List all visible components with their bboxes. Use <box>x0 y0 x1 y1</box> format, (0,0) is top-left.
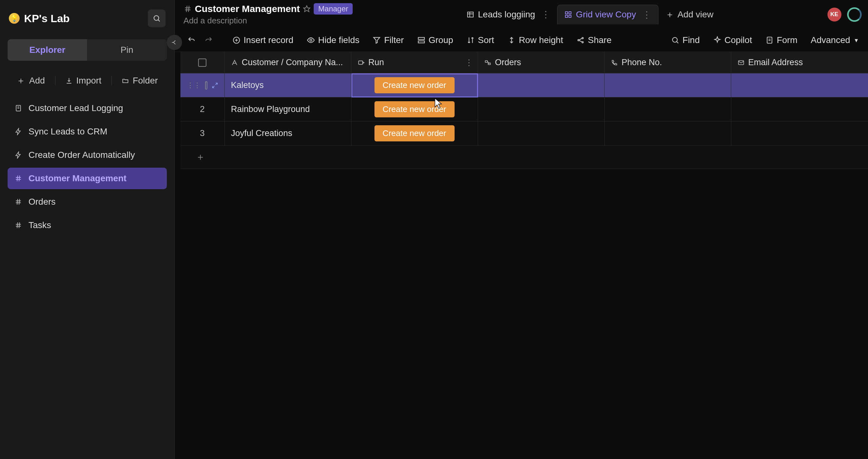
row-number: 2 <box>200 104 205 114</box>
svg-line-42 <box>579 40 582 42</box>
row-checkbox[interactable] <box>205 81 207 90</box>
run-icon <box>358 59 365 66</box>
svg-rect-29 <box>569 15 571 18</box>
filter-button[interactable]: Filter <box>371 33 405 47</box>
insert-record-button[interactable]: Insert record <box>231 33 295 47</box>
drag-handle-icon[interactable]: ⋮⋮ <box>187 81 201 90</box>
cell-email[interactable] <box>731 73 868 97</box>
workspace-switcher[interactable]: 💡 KP's Lab <box>9 12 70 25</box>
cell-orders[interactable] <box>478 73 604 97</box>
cell-name[interactable]: Joyful Creations <box>225 122 351 145</box>
cell-phone[interactable] <box>604 97 731 122</box>
svg-line-44 <box>677 42 678 43</box>
add-button[interactable]: ＋ Add <box>9 71 53 90</box>
cell-phone[interactable] <box>604 73 731 97</box>
search-button[interactable] <box>148 9 165 27</box>
cell-name[interactable]: Rainbow Playground <box>225 97 351 122</box>
svg-rect-23 <box>468 12 473 17</box>
group-button[interactable]: Group <box>416 33 455 47</box>
import-button[interactable]: Import <box>58 72 109 89</box>
nav-create-order-auto[interactable]: Create Order Automatically <box>8 144 167 166</box>
svg-rect-48 <box>358 61 363 64</box>
svg-point-39 <box>582 37 583 39</box>
column-header-checkbox[interactable] <box>180 52 225 73</box>
user-avatar[interactable]: KE <box>828 8 841 22</box>
view-tab-menu[interactable]: ⋮ <box>541 9 550 20</box>
link-icon <box>484 59 491 66</box>
create-order-button[interactable]: Create new order <box>374 101 455 117</box>
create-order-button[interactable]: Create new order <box>374 77 455 93</box>
role-badge: Manager <box>314 3 353 14</box>
cell-name[interactable]: Kaletoys <box>225 73 351 97</box>
folder-button[interactable]: Folder <box>114 72 165 89</box>
svg-marker-22 <box>304 6 310 12</box>
advanced-button[interactable]: Advanced ▾ <box>809 33 859 47</box>
sidebar: 💡 KP's Lab Explorer Pin ＋ Add Import <box>0 0 175 459</box>
sort-button[interactable]: Sort <box>465 33 495 47</box>
column-header-name[interactable]: Customer / Company Na... <box>225 52 351 73</box>
svg-line-12 <box>19 199 20 205</box>
svg-point-33 <box>310 39 312 41</box>
create-order-button[interactable]: Create new order <box>374 125 455 141</box>
cell-email[interactable] <box>731 122 868 145</box>
svg-line-20 <box>186 6 187 12</box>
nav-sync-leads[interactable]: Sync Leads to CRM <box>8 121 167 142</box>
page-title: Customer Management <box>195 3 300 14</box>
copilot-label: Copilot <box>724 35 752 45</box>
hide-fields-button[interactable]: Hide fields <box>306 33 361 47</box>
column-label: Phone No. <box>622 58 662 67</box>
email-icon <box>738 59 745 66</box>
cell-email[interactable] <box>731 97 868 122</box>
view-tab-grid-copy[interactable]: Grid view Copy ⋮ <box>557 5 658 24</box>
tab-explorer[interactable]: Explorer <box>8 39 87 61</box>
share-button[interactable]: Share <box>575 33 613 47</box>
add-row-button[interactable]: ＋ <box>180 145 868 169</box>
cell-run[interactable]: Create new order <box>351 97 478 122</box>
phone-icon <box>611 59 618 66</box>
cell-phone[interactable] <box>604 122 731 145</box>
advanced-label: Advanced <box>811 35 850 45</box>
workspace-name: KP's Lab <box>24 12 70 25</box>
cell-orders[interactable] <box>478 122 604 145</box>
cell-run[interactable]: Create new order <box>351 122 478 145</box>
column-menu-button[interactable]: ⋮ <box>465 58 473 68</box>
view-tab-menu[interactable]: ⋮ <box>642 9 651 20</box>
column-header-email[interactable]: Email Address <box>731 52 868 73</box>
nav-tasks[interactable]: Tasks <box>8 215 167 236</box>
add-view-button[interactable]: ＋ Add view <box>658 4 720 25</box>
column-label: Run <box>369 58 384 67</box>
nav-customer-management[interactable]: Customer Management <box>8 168 167 189</box>
svg-point-0 <box>154 15 159 20</box>
sparkle-icon <box>713 36 721 44</box>
view-tab-label: Grid view Copy <box>576 9 636 20</box>
cell-value: Kaletoys <box>231 80 264 90</box>
nav-orders[interactable]: Orders <box>8 191 167 212</box>
column-header-run[interactable]: Run ⋮ <box>351 52 478 73</box>
redo-icon <box>205 36 213 44</box>
find-button[interactable]: Find <box>670 33 701 47</box>
svg-rect-35 <box>418 37 425 39</box>
copilot-button[interactable]: Copilot <box>712 33 753 47</box>
form-button[interactable]: Form <box>764 33 799 47</box>
plus-circle-icon <box>232 36 241 44</box>
collapse-sidebar-button[interactable] <box>167 35 182 50</box>
column-header-phone[interactable]: Phone No. <box>604 52 731 73</box>
nav-customer-lead-logging[interactable]: Customer Lead Logging <box>8 97 167 119</box>
plus-icon: ＋ <box>17 75 25 87</box>
view-tab-leads-logging[interactable]: Leads loggiing ⋮ <box>460 5 557 24</box>
add-label: Add <box>29 76 45 86</box>
group-icon <box>417 36 426 44</box>
column-header-orders[interactable]: Orders <box>478 52 604 73</box>
tab-pin[interactable]: Pin <box>87 39 166 61</box>
status-ring-icon[interactable] <box>847 7 862 22</box>
favorite-button[interactable] <box>303 5 311 13</box>
cell-run[interactable]: Create new order <box>351 73 478 97</box>
description-input[interactable]: Add a description <box>184 16 353 26</box>
select-all-checkbox[interactable] <box>198 59 207 67</box>
undo-button[interactable] <box>186 34 197 46</box>
row-height-button[interactable]: Row height <box>506 33 564 47</box>
cell-orders[interactable] <box>478 97 604 122</box>
redo-button[interactable] <box>203 34 214 46</box>
expand-row-button[interactable] <box>212 82 218 89</box>
add-view-label: Add view <box>677 9 714 20</box>
